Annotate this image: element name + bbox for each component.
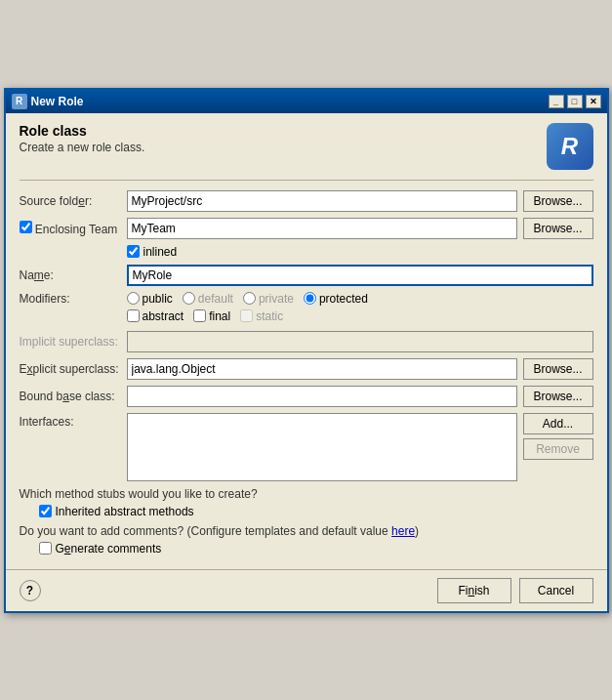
close-button[interactable]: ✕	[586, 95, 601, 108]
modifier-private-label: private	[259, 292, 294, 306]
inherited-abstract-row: Inherited abstract methods	[20, 505, 593, 518]
modifier-public-radio[interactable]	[127, 292, 140, 305]
modifier-default-label: default	[198, 292, 233, 306]
name-label: Name:	[20, 268, 127, 282]
footer-left: ?	[20, 580, 41, 601]
explicit-superclass-input[interactable]	[127, 358, 517, 380]
bound-base-class-label: Bound base class:	[20, 390, 127, 403]
section-title: Role class	[20, 123, 145, 139]
final-checkbox[interactable]	[193, 309, 206, 322]
enclosing-team-input[interactable]	[127, 218, 517, 239]
source-folder-row: Source folder: Browse...	[20, 190, 593, 212]
modifier-protected-label: protected	[319, 292, 368, 306]
enclosing-team-checkbox[interactable]	[20, 221, 32, 233]
section-info: Role class Create a new role class.	[20, 123, 145, 154]
source-folder-browse-button[interactable]: Browse...	[523, 190, 593, 212]
dialog-content: Role class Create a new role class. R So…	[6, 113, 607, 569]
interfaces-row: Interfaces: Add... Remove	[20, 413, 593, 481]
minimize-button[interactable]: _	[549, 95, 564, 108]
section-subtitle: Create a new role class.	[20, 141, 145, 154]
modifier-public-item: public	[127, 292, 173, 306]
interfaces-buttons: Add... Remove	[523, 413, 593, 460]
help-button[interactable]: ?	[20, 580, 41, 601]
titlebar-left: R New Role	[12, 94, 84, 109]
enclosing-team-label: Enclosing Team	[20, 221, 127, 236]
stub-question: Which method stubs would you like to cre…	[20, 487, 593, 501]
abstract-label: abstract	[143, 309, 184, 323]
modifier-protected-radio[interactable]	[304, 292, 316, 305]
cancel-button[interactable]: Cancel	[519, 578, 593, 603]
bound-base-class-row: Bound base class: Browse...	[20, 386, 593, 407]
static-check-item: static	[240, 309, 283, 323]
section-header: Role class Create a new role class. R	[20, 123, 593, 170]
inlined-checkbox[interactable]	[127, 245, 140, 258]
inherited-abstract-label: Inherited abstract methods	[56, 505, 194, 518]
name-input[interactable]	[127, 265, 593, 286]
source-folder-input[interactable]	[127, 190, 517, 212]
new-role-dialog: R New Role _ □ ✕ Role class Create a new…	[4, 88, 609, 613]
modifier-default-item: default	[183, 292, 233, 306]
enclosing-team-browse-button[interactable]: Browse...	[523, 218, 593, 239]
generate-comments-label: Generate comments	[56, 542, 162, 556]
generate-comments-checkbox[interactable]	[39, 542, 52, 555]
window-icon: R	[12, 94, 27, 109]
bound-base-class-input[interactable]	[127, 386, 517, 407]
modifiers-radio-group: public default private protected	[127, 292, 368, 306]
stub-section: Which method stubs would you like to cre…	[20, 487, 593, 518]
enclosing-team-row: Enclosing Team Browse...	[20, 218, 593, 239]
remove-interface-button[interactable]: Remove	[523, 438, 593, 460]
finish-button[interactable]: Finish	[437, 578, 511, 603]
bound-base-class-browse-button[interactable]: Browse...	[523, 386, 593, 407]
final-check-item: final	[193, 309, 230, 323]
titlebar: R New Role _ □ ✕	[6, 90, 607, 113]
footer-right: Finish Cancel	[437, 578, 593, 603]
divider	[20, 180, 593, 181]
inherited-abstract-checkbox[interactable]	[39, 505, 52, 517]
maximize-button[interactable]: □	[567, 95, 583, 108]
modifier-default-radio[interactable]	[183, 292, 195, 305]
titlebar-title: New Role	[31, 95, 84, 108]
comments-section: Do you want to add comments? (Configure …	[20, 524, 593, 556]
static-checkbox[interactable]	[240, 309, 253, 322]
abstract-checkbox[interactable]	[127, 309, 140, 322]
explicit-superclass-label: Explicit superclass:	[20, 362, 127, 376]
modifier-protected-item: protected	[304, 292, 368, 306]
name-row: Name:	[20, 265, 593, 286]
interfaces-textarea[interactable]	[127, 413, 517, 481]
modifier-checks-row: abstract final static	[20, 309, 593, 323]
modifiers-row: Modifiers: public default private protec…	[20, 292, 593, 306]
generate-comments-row: Generate comments	[20, 542, 593, 556]
footer: ? Finish Cancel	[6, 569, 607, 611]
abstract-check-item: abstract	[127, 309, 184, 323]
interfaces-label: Interfaces:	[20, 413, 127, 429]
modifiers-label: Modifiers:	[20, 292, 127, 306]
explicit-superclass-row: Explicit superclass: Browse...	[20, 358, 593, 380]
inlined-row: inlined	[20, 245, 593, 259]
source-folder-label: Source folder:	[20, 194, 127, 208]
implicit-superclass-label: Implicit superclass:	[20, 335, 127, 349]
inlined-label: inlined	[143, 245, 178, 259]
add-interface-button[interactable]: Add...	[523, 413, 593, 434]
role-logo: R	[547, 123, 593, 170]
modifier-private-item: private	[243, 292, 294, 306]
implicit-superclass-row: Implicit superclass:	[20, 331, 593, 352]
final-label: final	[209, 309, 230, 323]
implicit-superclass-input	[127, 331, 593, 352]
static-label: static	[256, 309, 283, 323]
comments-here-link[interactable]: here	[391, 524, 415, 538]
modifier-private-radio[interactable]	[243, 292, 256, 305]
explicit-superclass-browse-button[interactable]: Browse...	[523, 358, 593, 380]
titlebar-buttons: _ □ ✕	[549, 95, 601, 108]
modifier-public-label: public	[143, 292, 173, 306]
comments-question: Do you want to add comments? (Configure …	[20, 524, 593, 538]
